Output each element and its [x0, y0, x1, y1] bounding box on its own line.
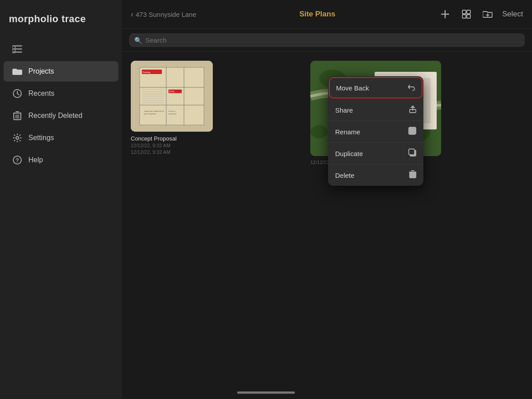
main-content: ‹ 473 Sunnyside Lane Site Plans: [122, 0, 532, 399]
sidebar-item-recently-deleted-label: Recently Deleted: [28, 112, 82, 120]
context-menu-item-move-back[interactable]: Move Back: [329, 77, 422, 98]
header: ‹ 473 Sunnyside Lane Site Plans: [122, 0, 532, 29]
back-arrow-icon: ‹: [131, 10, 133, 19]
duplicate-icon: [408, 149, 416, 158]
concept-card-date-below: 12/12/22, 9:32 AM: [131, 149, 170, 155]
search-bar: 🔍: [122, 29, 532, 52]
back-label: 473 Sunnyside Lane: [136, 11, 196, 18]
sidebar-item-recents[interactable]: Recents: [4, 83, 118, 104]
app-title-bold: trace: [62, 13, 86, 24]
duplicate-label: Duplicate: [335, 150, 363, 157]
header-actions: Select: [438, 8, 523, 21]
content-area: Parking Entry Supporti: [122, 52, 532, 399]
search-icon: 🔍: [134, 37, 142, 44]
svg-text:Parking: Parking: [143, 71, 150, 74]
cards-grid: Parking Entry Supporti: [131, 61, 523, 165]
svg-rect-20: [462, 15, 466, 18]
share-icon: [409, 105, 416, 115]
clock-icon: [12, 89, 22, 98]
back-button[interactable]: ‹ 473 Sunnyside Lane: [131, 10, 196, 19]
app-title-regular: morpholio: [9, 13, 62, 24]
header-title: Site Plans: [201, 10, 434, 19]
share-label: Share: [335, 106, 353, 114]
sidebar-item-settings[interactable]: Settings: [4, 128, 118, 148]
context-menu-item-rename[interactable]: Rename: [328, 121, 423, 143]
delete-icon: [409, 170, 416, 180]
select-button[interactable]: Select: [502, 10, 523, 19]
app-title: morpholio trace: [0, 9, 122, 38]
folder-icon: [12, 66, 22, 76]
sidebar: morpholio trace Projects: [0, 0, 122, 399]
svg-rect-18: [462, 10, 466, 14]
home-indicator: [237, 391, 295, 394]
add-folder-button[interactable]: [481, 8, 494, 21]
sidebar-item-projects[interactable]: Projects: [4, 61, 118, 82]
context-menu-item-share[interactable]: Share: [328, 99, 423, 121]
svg-rect-19: [467, 10, 470, 14]
move-back-icon: [407, 83, 415, 93]
svg-rect-48: [409, 149, 415, 155]
context-menu-item-duplicate[interactable]: Duplicate: [328, 143, 423, 164]
context-menu-item-delete[interactable]: Delete: [328, 164, 423, 186]
gear-icon: [12, 133, 22, 143]
svg-text:expansion: expansion: [168, 113, 176, 115]
help-icon: ?: [12, 155, 22, 165]
context-menu: Move Back Share: [328, 76, 423, 186]
grid-view-button[interactable]: [460, 8, 473, 21]
sidebar-item-toggle[interactable]: [4, 39, 118, 59]
search-input[interactable]: [145, 36, 520, 44]
svg-line-6: [17, 94, 19, 95]
svg-text:Future to: Future to: [168, 110, 176, 112]
move-back-label: Move Back: [336, 84, 369, 92]
sidebar-item-help-label: Help: [28, 156, 43, 164]
sidebar-item-projects-label: Projects: [28, 67, 54, 75]
card-concept-date: 12/12/22, 9:32 AM: [131, 143, 213, 148]
sidebar-item-recents-label: Recents: [28, 90, 55, 98]
trash-icon: [12, 111, 22, 121]
delete-label: Delete: [335, 172, 354, 179]
svg-point-13: [16, 137, 19, 139]
sidebar-item-help[interactable]: ? Help: [4, 150, 118, 170]
sidebar-item-settings-label: Settings: [28, 134, 54, 142]
svg-text:park integration: park integration: [144, 113, 156, 115]
rename-label: Rename: [335, 128, 360, 136]
search-input-wrap[interactable]: 🔍: [129, 33, 525, 47]
card-thumb-concept: Parking Entry Supporti: [131, 61, 213, 132]
rename-icon: [408, 127, 416, 137]
svg-text:?: ?: [16, 157, 19, 164]
svg-rect-1: [12, 48, 22, 50]
sidebar-toggle-icon: [12, 44, 22, 54]
svg-rect-21: [467, 15, 470, 18]
card-concept-label: Concept Proposal: [131, 135, 213, 142]
svg-point-58: [310, 125, 328, 138]
add-button[interactable]: [438, 8, 452, 21]
svg-text:Supporting neighborhood: Supporting neighborhood: [144, 110, 164, 112]
svg-text:Entry: Entry: [169, 90, 175, 93]
sidebar-item-recently-deleted[interactable]: Recently Deleted: [4, 106, 118, 126]
